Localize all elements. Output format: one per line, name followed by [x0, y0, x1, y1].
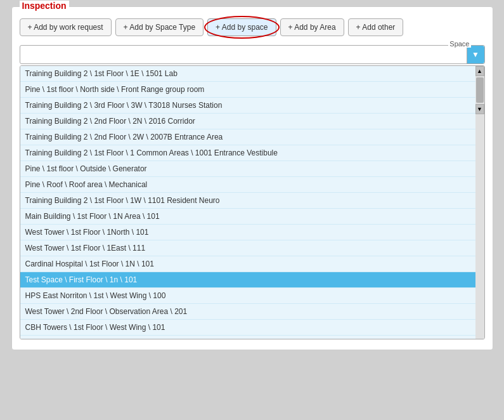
list-item[interactable]: Training Building 2 \ 1st Floor \ 1E \ 1… [20, 66, 475, 82]
list-item[interactable]: Test Space \ First Floor \ 1n \ 101 [20, 272, 475, 288]
list-item[interactable]: Main Building \ 1st Floor \ 1N Area \ 10… [20, 209, 475, 225]
list-item[interactable]: West Tower \ 1st Floor \ 1North \ 101 [20, 225, 475, 240]
space-section: Space ▼ Training Building 2 \ 1st Floor … [20, 45, 485, 339]
highlight-oval [204, 16, 279, 39]
list-item[interactable]: West Tower \ 1st Floor \ 1East \ 111 [20, 240, 475, 256]
list-item[interactable]: Pine \ Roof \ Roof area \ Mechanical [20, 177, 475, 193]
search-input[interactable] [20, 47, 467, 63]
list-item[interactable]: Cardinal Hospital \ 1st Floor \ 1N \ 101 [20, 256, 475, 272]
list-item[interactable]: Training Building 2 \ 2nd Floor \ 2W \ 2… [20, 129, 475, 145]
tab-btn-area[interactable]: + Add by Area [280, 18, 344, 36]
scrollbar-track: ▲ ▼ [475, 66, 484, 339]
list-item[interactable]: Pine \ 1st floor \ North side \ Front Ra… [20, 82, 475, 98]
list-container: Training Building 2 \ 1st Floor \ 1E \ 1… [20, 65, 485, 339]
panel-title: Inspection [20, 1, 69, 11]
list-item[interactable]: CBH Towers \ 2nd Floor \ 2nd West Wing \… [20, 336, 475, 339]
list-item[interactable]: Training Building 2 \ 3rd Floor \ 3W \ T… [20, 98, 475, 114]
list-item[interactable]: HPS East Norriton \ 1st \ West Wing \ 10… [20, 288, 475, 304]
list-item[interactable]: Training Building 2 \ 1st Floor \ 1W \ 1… [20, 193, 475, 209]
scrollbar-thumb[interactable] [476, 77, 484, 103]
tab-btn-other[interactable]: + Add other [348, 18, 404, 36]
list-item[interactable]: Training Building 2 \ 1st Floor \ 1 Comm… [20, 145, 475, 161]
space-label: Space [448, 40, 470, 48]
list-items: Training Building 2 \ 1st Floor \ 1E \ 1… [20, 66, 475, 339]
list-item[interactable]: Pine \ 1st floor \ Outside \ Generator [20, 161, 475, 177]
list-item[interactable]: Training Building 2 \ 2nd Floor \ 2N \ 2… [20, 114, 475, 129]
scrollbar-down-arrow[interactable]: ▼ [475, 104, 484, 114]
tab-btn-work-request[interactable]: + Add by work request [20, 18, 112, 36]
tab-bar: + Add by work request+ Add by Space Type… [20, 18, 485, 36]
scrollbar-up-arrow[interactable]: ▲ [475, 66, 484, 76]
tab-btn-space-type[interactable]: + Add by Space Type [115, 18, 204, 36]
dropdown-arrow-button[interactable]: ▼ [467, 46, 484, 63]
list-item[interactable]: CBH Towers \ 1st Floor \ West Wing \ 101 [20, 320, 475, 336]
search-row: ▼ [20, 45, 485, 64]
main-panel: Inspection + Add by work request+ Add by… [11, 6, 493, 350]
tab-btn-space[interactable]: + Add by space [207, 18, 276, 36]
list-item[interactable]: West Tower \ 2nd Floor \ Observation Are… [20, 304, 475, 320]
